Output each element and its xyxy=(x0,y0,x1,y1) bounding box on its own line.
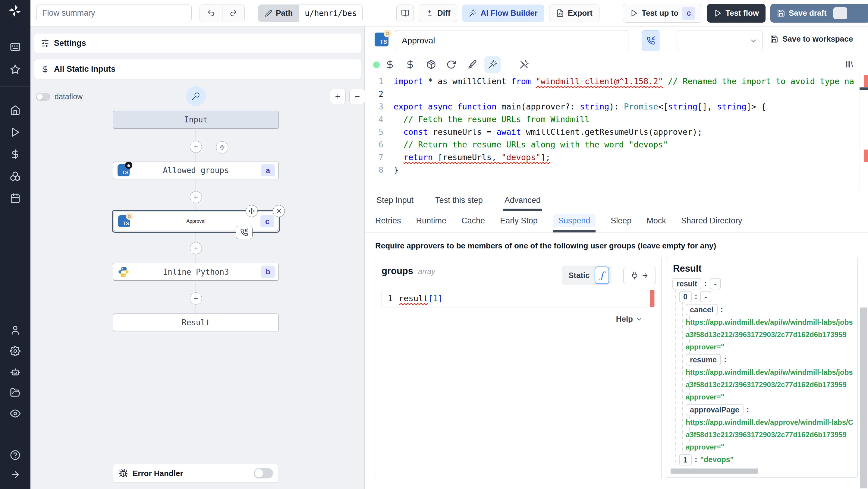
sidebar-star-icon[interactable] xyxy=(10,64,21,75)
toolbar-dollar-icon[interactable] xyxy=(385,60,395,69)
step-node-inline-python3[interactable]: Inline Python3 b xyxy=(113,263,279,281)
sidebar-eye-icon[interactable] xyxy=(10,408,21,419)
all-static-inputs-row[interactable]: All Static Inputs xyxy=(34,59,361,79)
input-node[interactable]: Input xyxy=(113,111,279,129)
result-key-chip[interactable]: resume xyxy=(686,354,721,365)
toolbar-dollar-icon[interactable] xyxy=(405,60,415,69)
sidebar-home-icon[interactable] xyxy=(10,105,21,116)
collapse-chip[interactable]: - xyxy=(700,291,711,302)
subtab-runtime[interactable]: Runtime xyxy=(416,211,447,233)
sidebar-robot-icon[interactable] xyxy=(10,367,21,377)
vertical-scrollbar[interactable] xyxy=(860,307,867,488)
sidebar-user-icon[interactable] xyxy=(10,325,21,336)
graph-zoom-in-button[interactable] xyxy=(330,89,346,104)
function-mode-button[interactable]: ƒ xyxy=(595,267,609,284)
connect-input-button[interactable] xyxy=(623,267,656,284)
code-line[interactable]: // Fetch the resume URLs from Windmill xyxy=(394,113,859,126)
add-step-button[interactable] xyxy=(190,141,202,153)
ai-step-wand-button[interactable] xyxy=(186,86,206,106)
subtab-cache[interactable]: Cache xyxy=(461,211,485,233)
horizontal-scrollbar[interactable] xyxy=(671,468,758,473)
error-handler-row[interactable]: Error Handler xyxy=(113,464,279,483)
step-node-approval-selected[interactable]: TS☺ Approval c xyxy=(112,210,280,233)
result-key-chip[interactable]: 0 xyxy=(679,291,692,302)
code-line[interactable]: export async function main(approver?: st… xyxy=(394,100,859,113)
path-group[interactable]: Path u/henri/bes xyxy=(258,4,363,22)
sidebar-gear-icon[interactable] xyxy=(10,346,21,356)
sidebar-apps-icon[interactable] xyxy=(10,41,21,52)
sidebar-calendar-icon[interactable] xyxy=(10,193,21,204)
graph-zoom-out-button[interactable] xyxy=(349,89,365,104)
code-lines[interactable]: import * as wmillClient from "windmill-c… xyxy=(394,75,859,176)
flow-summary-input[interactable] xyxy=(36,4,192,22)
redo-button[interactable] xyxy=(222,5,244,22)
sidebar-boxes-icon[interactable] xyxy=(10,171,21,182)
tab-step-input[interactable]: Step Input xyxy=(375,192,415,211)
expression-code[interactable]: result[1] xyxy=(399,290,650,307)
add-step-button[interactable] xyxy=(190,293,202,305)
result-key-chip[interactable]: approvalPage xyxy=(686,404,744,416)
path-edit-button[interactable]: Path xyxy=(258,5,299,22)
code-editor[interactable]: 12345678 import * as wmillClient from "w… xyxy=(365,74,868,192)
docs-button[interactable] xyxy=(396,4,414,22)
ai-flow-builder-button[interactable]: AI Flow Builder xyxy=(462,4,544,22)
error-handler-toggle[interactable] xyxy=(254,468,273,479)
sidebar-play-icon[interactable] xyxy=(10,127,21,137)
toolbar-package-icon[interactable] xyxy=(427,60,436,69)
test-up-to-button[interactable]: Test up to c xyxy=(623,4,702,23)
script-version-select[interactable] xyxy=(677,30,763,51)
sidebar-folder-icon[interactable] xyxy=(10,388,21,398)
sidebar-dollar-icon[interactable] xyxy=(10,149,21,159)
toolbar-active-icon[interactable] xyxy=(484,56,501,73)
toolbar-brush-icon[interactable] xyxy=(467,60,477,69)
result-node[interactable]: Result xyxy=(113,313,279,331)
dataflow-toggle[interactable] xyxy=(36,93,50,101)
subtab-sleep[interactable]: Sleep xyxy=(611,211,631,233)
tab-advanced[interactable]: Advanced xyxy=(503,192,542,211)
add-step-button[interactable] xyxy=(190,191,202,203)
subtab-mock[interactable]: Mock xyxy=(647,211,666,233)
result-url-text: a3f58d13e212/3963172903/2c77d162d6b17395… xyxy=(666,428,854,441)
step-node-allowed-groups[interactable]: TS☻ Allowed groups a xyxy=(113,161,279,179)
toolbar-wand-icon[interactable] xyxy=(488,60,497,69)
help-dropdown[interactable]: Help xyxy=(616,314,643,324)
subtab-shared-directory[interactable]: Shared Directory xyxy=(681,211,742,233)
delete-step-button[interactable] xyxy=(273,205,285,217)
suspend-approval-button[interactable] xyxy=(642,30,659,51)
expression-editor[interactable]: 1 result[1] xyxy=(381,290,655,307)
toolbar-refresh-icon[interactable] xyxy=(446,60,456,69)
collapse-chip[interactable]: - xyxy=(710,278,721,289)
toolbar-wand-off-icon[interactable] xyxy=(519,60,529,69)
undo-button[interactable] xyxy=(200,5,222,22)
test-flow-button[interactable]: Test flow xyxy=(707,4,766,23)
move-step-handle[interactable] xyxy=(246,205,258,217)
library-icon[interactable] xyxy=(845,60,854,69)
code-line[interactable] xyxy=(394,88,859,100)
diff-button[interactable]: Diff xyxy=(418,4,457,22)
result-key-chip[interactable]: result xyxy=(673,278,701,289)
subtab-early-stop[interactable]: Early Stop xyxy=(500,211,538,233)
result-key-chip[interactable]: cancel xyxy=(686,304,718,315)
trigger-button[interactable] xyxy=(216,142,228,153)
suspend-heading: Require approvers to be members of one o… xyxy=(375,241,856,250)
code-line[interactable]: import * as wmillClient from "windmill-c… xyxy=(394,75,859,88)
sidebar-arrow-right-icon[interactable] xyxy=(10,469,21,480)
add-step-button[interactable] xyxy=(190,242,202,254)
code-line[interactable]: const resumeUrls = await wmillClient.get… xyxy=(394,126,859,139)
windmill-logo-icon[interactable] xyxy=(8,4,22,18)
sidebar-help-icon[interactable] xyxy=(10,450,21,460)
result-key-chip[interactable]: 1 xyxy=(679,454,692,465)
save-to-workspace-button[interactable]: Save to workspace xyxy=(770,34,853,44)
suspend-approval-badge[interactable] xyxy=(236,226,253,239)
code-line[interactable]: return [resumeUrls, "devops"]; xyxy=(394,151,859,164)
code-line[interactable]: } xyxy=(394,164,859,176)
code-line[interactable]: // Return the resume URLs along with the… xyxy=(394,139,859,151)
export-button[interactable]: Export xyxy=(549,4,599,22)
flow-settings-row[interactable]: Settings xyxy=(34,33,361,53)
save-draft-button[interactable]: Save draft xyxy=(770,4,868,23)
subtab-retries[interactable]: Retries xyxy=(375,211,401,233)
subtab-suspend[interactable]: Suspend xyxy=(553,211,596,233)
step-name-input[interactable] xyxy=(395,30,628,51)
tab-test-this-step[interactable]: Test this step xyxy=(434,192,484,211)
editor-scroll-indicator[interactable] xyxy=(860,87,868,90)
